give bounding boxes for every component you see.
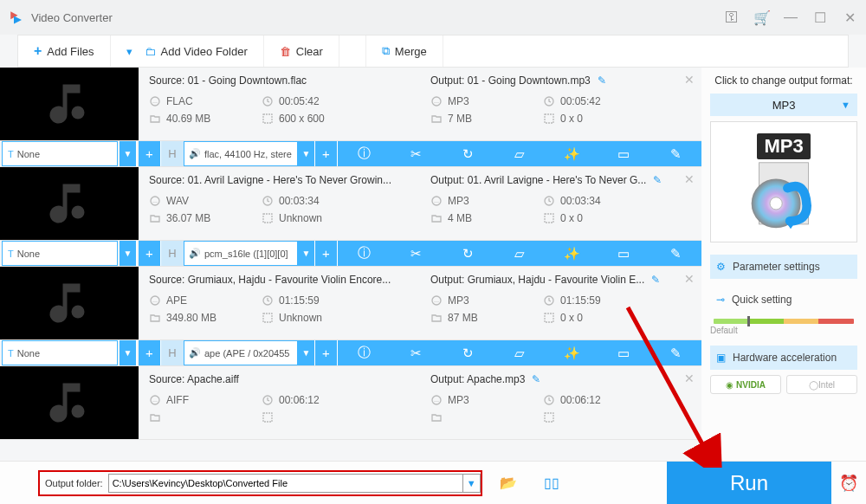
audio-track-select[interactable]: 🔊pcm_s16le ([1][0][0] [184, 241, 298, 266]
tool-3[interactable]: ▱ [506, 246, 533, 262]
add-subtitle-button[interactable]: + [139, 340, 161, 365]
thumbnail[interactable] [0, 267, 139, 339]
toggle-icon: ⊸ [716, 294, 725, 306]
meta-cell: 7 MB [430, 113, 526, 125]
edit-icon[interactable]: ✎ [651, 274, 660, 286]
merge-button[interactable]: ⧉Merge [365, 36, 443, 67]
add-subtitle-button[interactable]: + [139, 141, 161, 166]
slider-thumb[interactable] [747, 316, 750, 326]
open-output-icon[interactable]: ▯▯ [534, 475, 569, 491]
add-audio-button[interactable]: + [315, 340, 338, 365]
meta-cell: 0 x 0 [543, 113, 638, 125]
format-preview[interactable]: MP3 [710, 121, 857, 242]
hardware-accel-button[interactable]: ▣Hardware acceleration [710, 346, 857, 370]
tool-6[interactable]: ✎ [662, 346, 689, 361]
tool-3[interactable]: ▱ [506, 346, 533, 361]
thumbnail[interactable] [0, 68, 139, 140]
chevron-down-icon[interactable]: ▼ [120, 141, 137, 166]
remove-icon[interactable]: ✕ [684, 372, 695, 385]
source-label: Source: 01. Avril Lavigne - Here's To Ne… [149, 174, 410, 186]
output-panel: ✕ Output: Apache.mp3✎ ⋯MP300:06:12 [420, 366, 701, 439]
remove-icon[interactable]: ✕ [684, 272, 695, 286]
h-toggle[interactable]: H [161, 340, 184, 365]
svg-text:⋯: ⋯ [152, 299, 158, 304]
edit-icon[interactable]: ✎ [598, 74, 606, 87]
svg-text:⋯: ⋯ [434, 398, 439, 404]
schedule-icon[interactable]: ⏰ [831, 474, 866, 493]
add-subtitle-button[interactable]: + [139, 241, 161, 266]
tool-2[interactable]: ↻ [454, 346, 481, 361]
svg-rect-4 [263, 114, 272, 123]
thumbnail[interactable] [0, 167, 139, 240]
chevron-down-icon[interactable]: ▼ [298, 141, 315, 166]
edit-tools: ⓘ✂↻▱✨▭✎ [338, 241, 701, 266]
tool-2[interactable]: ↻ [454, 246, 481, 262]
subtitle-track-select[interactable]: TNone [2, 241, 118, 266]
tool-1[interactable]: ✂ [402, 346, 430, 361]
h-toggle[interactable]: H [161, 141, 184, 166]
browse-folder-icon[interactable]: 📂 [491, 475, 526, 491]
subtitle-track-select[interactable]: TNone [2, 141, 118, 166]
edit-icon[interactable]: ✎ [653, 174, 662, 186]
mp3-badge: MP3 [757, 133, 810, 159]
h-toggle[interactable]: H [161, 241, 184, 266]
file-row: Source: Grumiaux, Hajdu - Favourite Viol… [0, 267, 701, 340]
chevron-down-icon[interactable]: ▼ [120, 340, 137, 365]
tool-6[interactable]: ✎ [662, 146, 689, 162]
chevron-down-icon[interactable]: ▼ [120, 241, 137, 266]
close-icon[interactable]: ✕ [842, 10, 857, 26]
tool-0[interactable]: ⓘ [350, 345, 378, 361]
chevron-down-icon[interactable]: ▼ [463, 474, 481, 493]
subtitle-track-select[interactable]: TNone [2, 340, 118, 365]
meta-cell [430, 411, 526, 423]
chevron-down-icon[interactable]: ▼ [298, 241, 315, 266]
tool-1[interactable]: ✂ [402, 146, 430, 162]
meta-cell: 00:06:12 [543, 394, 638, 406]
tool-2[interactable]: ↻ [454, 146, 481, 162]
maximize-icon[interactable]: ☐ [812, 10, 828, 26]
tool-1[interactable]: ✂ [402, 246, 430, 262]
add-audio-button[interactable]: + [315, 241, 338, 266]
svg-point-0 [72, 107, 85, 120]
output-panel: ✕ Output: Grumiaux, Hajdu - Favourite Vi… [420, 267, 701, 339]
quick-setting-button[interactable]: ⊸Quick setting [710, 288, 857, 312]
add-folder-button[interactable]: ▾🗀Add Video Folder [111, 36, 264, 67]
tool-3[interactable]: ▱ [506, 146, 533, 162]
parameter-settings-button[interactable]: ⚙Parameter settings [710, 255, 857, 279]
add-audio-button[interactable]: + [315, 141, 338, 166]
output-folder-input[interactable] [108, 474, 463, 493]
meta-cell: ⋯MP3 [430, 195, 526, 207]
meta-cell: ⋯MP3 [430, 394, 526, 406]
run-button[interactable]: Run [667, 462, 831, 505]
add-files-button[interactable]: +Add Files [18, 36, 111, 67]
thumbnail[interactable] [0, 366, 139, 439]
meta-cell: ⋯FLAC [149, 95, 244, 107]
text-icon: T [8, 249, 14, 259]
remove-icon[interactable]: ✕ [684, 172, 695, 186]
remove-icon[interactable]: ✕ [684, 73, 695, 87]
tool-4[interactable]: ✨ [558, 146, 585, 162]
tool-0[interactable]: ⓘ [350, 245, 378, 262]
minimize-icon[interactable]: — [783, 10, 798, 25]
tool-4[interactable]: ✨ [558, 246, 585, 262]
merge-icon: ⧉ [382, 44, 390, 58]
format-selector[interactable]: MP3▼ [710, 94, 857, 116]
meta-cell: 87 MB [430, 312, 526, 324]
tool-5[interactable]: ▭ [610, 346, 637, 361]
audio-track-select[interactable]: 🔊flac, 44100 Hz, stere [184, 141, 298, 166]
quality-slider[interactable] [714, 319, 854, 324]
tool-4[interactable]: ✨ [558, 346, 585, 361]
audio-track-select[interactable]: 🔊ape (APE / 0x20455 [184, 340, 298, 365]
tool-6[interactable]: ✎ [662, 246, 689, 262]
svg-rect-31 [263, 413, 272, 422]
license-icon[interactable]: ⚿ [724, 10, 740, 25]
edit-icon[interactable]: ✎ [532, 373, 540, 385]
svg-rect-22 [263, 313, 272, 322]
tool-5[interactable]: ▭ [610, 246, 637, 262]
tool-5[interactable]: ▭ [610, 146, 637, 162]
chevron-down-icon[interactable]: ▼ [298, 340, 315, 365]
clear-button[interactable]: 🗑Clear [264, 36, 339, 67]
cart-icon[interactable]: 🛒 [753, 10, 769, 26]
tool-0[interactable]: ⓘ [350, 145, 378, 162]
chevron-down-icon: ▾ [126, 45, 132, 58]
